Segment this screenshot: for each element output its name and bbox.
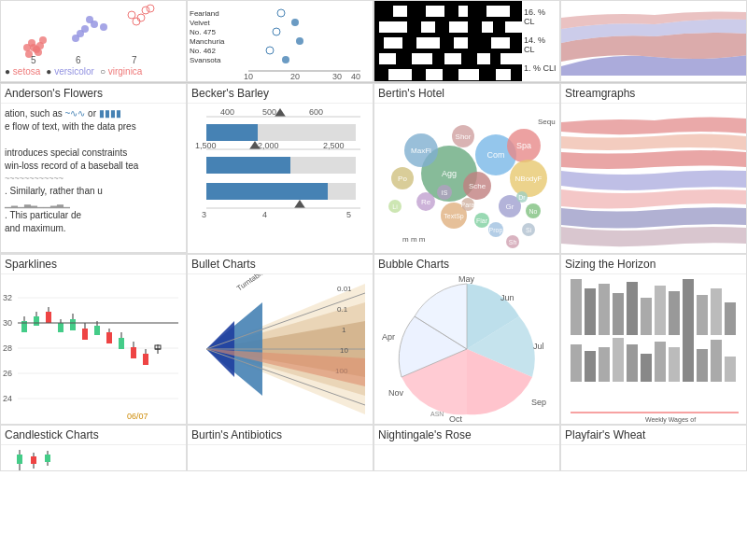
svg-point-32	[266, 47, 274, 54]
bubble-charts-label[interactable]: Bubble Charts	[374, 255, 559, 274]
svg-rect-201	[669, 347, 680, 382]
nightingales-rose-label[interactable]: Nightingale's Rose	[374, 426, 559, 445]
svg-text:3: 3	[202, 210, 206, 219]
svg-text:Shor: Shor	[456, 133, 472, 141]
svg-rect-209	[17, 455, 22, 464]
burtins-antibiotics-cell: Burtin's Antibiotics	[187, 425, 374, 471]
playfairs-wheat-label[interactable]: Playfair's Wheat	[561, 426, 746, 445]
svg-rect-196	[599, 347, 610, 382]
svg-rect-43	[486, 6, 510, 17]
svg-point-18	[147, 5, 154, 12]
svg-text:Nov: Nov	[388, 388, 404, 398]
svg-rect-198	[627, 344, 638, 382]
streamgraphs-label[interactable]: Streamgraphs	[561, 84, 746, 104]
svg-text:TextSp: TextSp	[444, 213, 464, 220]
svg-text:5: 5	[31, 55, 36, 64]
svg-point-12	[100, 23, 107, 31]
svg-text:400: 400	[220, 107, 234, 117]
svg-rect-192	[711, 288, 722, 335]
svg-text:6: 6	[76, 55, 81, 64]
svg-text:2,000: 2,000	[258, 141, 279, 150]
svg-text:1: 1	[342, 326, 346, 334]
svg-text:No. 475: No. 475	[190, 28, 217, 36]
svg-rect-40	[393, 6, 407, 17]
svg-text:Sche: Sche	[469, 182, 486, 190]
svg-text:5: 5	[346, 210, 351, 219]
svg-text:Spa: Spa	[516, 141, 531, 150]
svg-rect-188	[655, 286, 666, 335]
svg-point-33	[282, 56, 289, 63]
svg-text:No: No	[529, 208, 538, 215]
candlestick-charts-label[interactable]: Candlestick Charts	[1, 426, 186, 445]
beckers-barley-label[interactable]: Becker's Barley	[188, 84, 373, 104]
svg-text:May: May	[458, 274, 475, 284]
svg-rect-53	[491, 37, 510, 49]
svg-text:30: 30	[3, 318, 12, 328]
svg-point-14	[128, 11, 135, 19]
svg-rect-186	[627, 282, 638, 335]
sizing-horizon-cell: Sizing the Horizon	[560, 254, 747, 424]
sizing-horizon-label[interactable]: Sizing the Horizon	[561, 255, 746, 274]
svg-rect-45	[379, 21, 407, 33]
bullet-charts-cell: Bullet Charts	[187, 254, 374, 424]
sparklines-label[interactable]: Sparklines	[1, 255, 186, 274]
svg-rect-46	[421, 21, 435, 33]
svg-rect-62	[458, 69, 479, 80]
svg-rect-194	[571, 344, 582, 382]
andersons-flowers-cell: Anderson's Flowers ation, such as ~∿∿ or…	[0, 83, 187, 253]
beckers-barley-cell: Becker's Barley 400 500 600	[187, 83, 374, 253]
svg-text:NBodyF: NBodyF	[515, 175, 543, 183]
svg-rect-183	[585, 288, 596, 335]
svg-text:Velvet: Velvet	[190, 19, 211, 27]
svg-rect-41	[426, 6, 444, 17]
burtins-antibiotics-label[interactable]: Burtin's Antibiotics	[188, 426, 373, 445]
svg-rect-51	[416, 37, 440, 49]
svg-text:32: 32	[3, 293, 12, 302]
svg-rect-211	[31, 456, 36, 464]
svg-point-31	[296, 37, 303, 45]
svg-text:MaxFl: MaxFl	[411, 147, 431, 155]
bertins-hotel-cell: Bertin's Hotel Agg Com Spa NBodyF Sche	[374, 83, 560, 253]
svg-text:m m m: m m m	[402, 235, 426, 244]
svg-text:40: 40	[351, 72, 360, 81]
svg-point-29	[291, 19, 299, 26]
svg-text:Com: Com	[486, 150, 504, 160]
sparklines-cell: Sparklines 32 30 28 26 24	[0, 254, 187, 424]
bertins-hotel-label[interactable]: Bertin's Hotel	[374, 84, 559, 104]
svg-text:Agg: Agg	[442, 169, 457, 178]
svg-rect-203	[697, 349, 708, 382]
svg-rect-52	[454, 37, 468, 49]
bullet-charts-label[interactable]: Bullet Charts	[188, 255, 373, 274]
candlestick-charts-cell: Candlestick Charts	[0, 425, 187, 471]
svg-rect-149	[82, 329, 88, 340]
svg-text:Li: Li	[392, 203, 398, 210]
svg-rect-191	[697, 295, 708, 335]
svg-rect-159	[143, 354, 148, 365]
svg-text:Jul: Jul	[533, 342, 544, 351]
svg-text:Po: Po	[398, 175, 407, 183]
svg-point-11	[86, 16, 93, 23]
svg-rect-50	[384, 37, 402, 49]
svg-rect-189	[669, 291, 680, 335]
svg-rect-78	[206, 157, 290, 174]
svg-rect-141	[34, 316, 39, 326]
svg-text:500: 500	[262, 107, 276, 117]
svg-point-16	[142, 7, 149, 14]
svg-text:Oct: Oct	[449, 414, 463, 424]
svg-rect-60	[388, 69, 412, 80]
andersons-flowers-label[interactable]: Anderson's Flowers	[1, 84, 186, 104]
svg-text:26: 26	[3, 369, 12, 378]
svg-rect-153	[106, 332, 112, 343]
svg-rect-42	[458, 6, 468, 17]
svg-rect-185	[613, 293, 624, 335]
svg-rect-143	[46, 312, 51, 323]
svg-text:30: 30	[332, 72, 342, 81]
svg-text:ASN: ASN	[430, 411, 444, 417]
svg-rect-184	[599, 284, 610, 335]
svg-text:2,500: 2,500	[323, 141, 345, 150]
svg-point-13	[72, 35, 79, 42]
svg-text:28: 28	[3, 343, 12, 353]
svg-rect-197	[613, 338, 624, 382]
svg-rect-202	[683, 335, 694, 382]
svg-rect-48	[482, 21, 493, 33]
